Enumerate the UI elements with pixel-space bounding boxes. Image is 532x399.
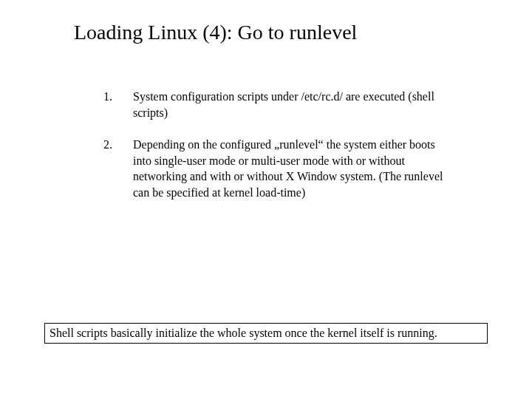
list-text: Depending on the configured „runlevel“ t… <box>133 137 443 200</box>
list-item: 2. Depending on the configured „runlevel… <box>103 137 443 200</box>
footer-note: Shell scripts basically initialize the w… <box>44 323 488 344</box>
list-text: System configuration scripts under /etc/… <box>133 89 443 120</box>
slide-title: Loading Linux (4): Go to runlevel <box>0 0 532 44</box>
list-number: 1. <box>103 89 133 105</box>
list-item: 1. System configuration scripts under /e… <box>103 89 443 120</box>
list-number: 2. <box>103 137 133 153</box>
list-container: 1. System configuration scripts under /e… <box>0 89 532 201</box>
